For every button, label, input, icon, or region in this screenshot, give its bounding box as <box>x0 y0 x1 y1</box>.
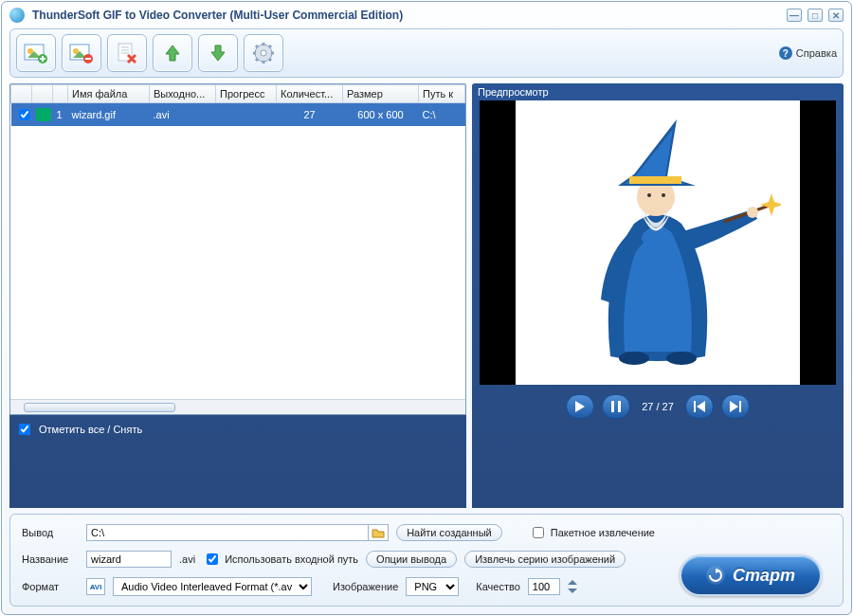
name-input[interactable] <box>86 551 172 568</box>
col-thumb[interactable] <box>32 85 53 103</box>
svg-rect-17 <box>611 401 614 412</box>
preview-image <box>516 100 800 385</box>
quality-label: Качество <box>476 581 520 592</box>
remove-image-icon <box>69 42 94 64</box>
use-input-path-checkbox[interactable]: Использовать входной путь <box>203 551 358 568</box>
image-label: Изображение <box>333 581 398 592</box>
row-filename: wizard.gif <box>68 103 150 127</box>
svg-rect-18 <box>618 401 621 412</box>
settings-button[interactable] <box>244 34 283 72</box>
clear-list-icon <box>115 42 139 64</box>
app-window: ThunderSoft GIF to Video Converter (Mult… <box>1 1 852 615</box>
help-icon: ? <box>779 46 792 60</box>
select-all-label: Отметить все / Снять <box>39 424 142 435</box>
play-button[interactable] <box>566 394 594 419</box>
add-file-button[interactable] <box>16 34 56 72</box>
wizard-illustration <box>535 110 781 375</box>
svg-point-8 <box>261 50 266 56</box>
svg-point-12 <box>647 193 651 197</box>
arrow-up-icon <box>162 43 183 63</box>
format-icon: AVI <box>86 578 105 595</box>
col-filename[interactable]: Имя файла <box>68 85 150 103</box>
titlebar: ThunderSoft GIF to Video Converter (Mult… <box>2 2 851 28</box>
col-count[interactable]: Количест... <box>277 85 343 103</box>
row-path: C:\ <box>419 103 465 127</box>
name-label: Название <box>22 553 79 565</box>
svg-point-16 <box>666 352 697 365</box>
preview-viewport <box>480 100 836 385</box>
name-ext: .avi <box>179 553 195 565</box>
output-label: Вывод <box>22 527 79 538</box>
quality-spinner[interactable] <box>568 578 577 595</box>
preview-panel: Предпросмотр <box>472 83 844 508</box>
browse-output-button[interactable] <box>368 524 389 541</box>
table-row[interactable]: 1 wizard.gif .avi 27 600 x 600 C:\ <box>11 103 465 127</box>
gear-icon <box>252 42 275 64</box>
svg-rect-19 <box>694 401 696 412</box>
folder-open-icon <box>372 527 385 538</box>
image-format-select[interactable]: PNG <box>406 577 459 596</box>
quality-input[interactable] <box>528 578 560 595</box>
row-thumbnail-icon <box>36 108 51 121</box>
move-up-button[interactable] <box>153 34 192 72</box>
col-output[interactable]: Выходно... <box>150 85 216 103</box>
remove-file-button[interactable] <box>62 34 101 72</box>
start-label: Старт <box>733 566 795 586</box>
close-button[interactable]: ✕ <box>828 9 844 22</box>
preview-title: Предпросмотр <box>472 83 844 100</box>
pause-button[interactable] <box>602 394 630 419</box>
svg-point-15 <box>619 352 649 365</box>
output-options-button[interactable]: Опции вывода <box>366 551 457 568</box>
window-title: ThunderSoft GIF to Video Converter (Mult… <box>32 9 403 22</box>
row-count: 27 <box>277 103 343 127</box>
col-index[interactable] <box>53 85 68 103</box>
arrow-down-icon <box>208 43 228 63</box>
output-path-input[interactable] <box>86 524 368 541</box>
add-image-icon <box>24 42 48 64</box>
next-frame-button[interactable] <box>721 394 750 419</box>
format-label: Формат <box>22 581 79 592</box>
toolbar: ? Справка <box>9 28 844 78</box>
find-created-button[interactable]: Найти созданный <box>396 524 502 541</box>
row-index: 1 <box>53 103 68 127</box>
col-progress[interactable]: Прогресс <box>216 85 277 103</box>
player-controls: 27 / 27 <box>472 385 844 430</box>
app-icon <box>9 8 25 23</box>
table-empty-area <box>10 126 465 399</box>
clear-list-button[interactable] <box>107 34 147 72</box>
col-path[interactable]: Путь к <box>419 85 465 103</box>
svg-rect-20 <box>739 401 741 412</box>
col-check[interactable] <box>11 85 32 103</box>
move-down-button[interactable] <box>198 34 238 72</box>
output-settings-panel: Вывод Найти созданный Пакетное извлечени… <box>9 514 844 607</box>
row-checkbox[interactable] <box>19 109 30 120</box>
start-button[interactable]: Старт <box>680 554 822 596</box>
prev-frame-button[interactable] <box>685 394 714 419</box>
file-list-panel: Имя файла Выходно... Прогресс Количест..… <box>9 83 466 508</box>
help-link[interactable]: ? Справка <box>779 46 837 60</box>
row-progress <box>216 103 277 127</box>
maximize-button[interactable]: □ <box>808 9 823 22</box>
row-output: .avi <box>150 103 216 127</box>
frame-counter: 27 / 27 <box>638 401 678 412</box>
batch-extract-checkbox[interactable]: Пакетное извлечение <box>529 524 655 541</box>
format-select[interactable]: Audio Video Interleaved Format (*.avi) <box>113 577 312 596</box>
row-size: 600 x 600 <box>343 103 419 127</box>
minimize-button[interactable]: — <box>787 9 802 22</box>
file-table: Имя файла Выходно... Прогресс Количест..… <box>10 84 465 126</box>
col-size[interactable]: Размер <box>343 85 419 103</box>
select-all-checkbox[interactable] <box>19 424 30 435</box>
svg-rect-11 <box>629 176 681 184</box>
horizontal-scrollbar[interactable] <box>10 399 465 414</box>
refresh-icon <box>706 566 725 585</box>
help-label: Справка <box>796 47 837 59</box>
svg-point-13 <box>662 193 665 197</box>
extract-series-button[interactable]: Извлечь серию изображений <box>464 551 626 568</box>
svg-point-14 <box>747 207 758 218</box>
